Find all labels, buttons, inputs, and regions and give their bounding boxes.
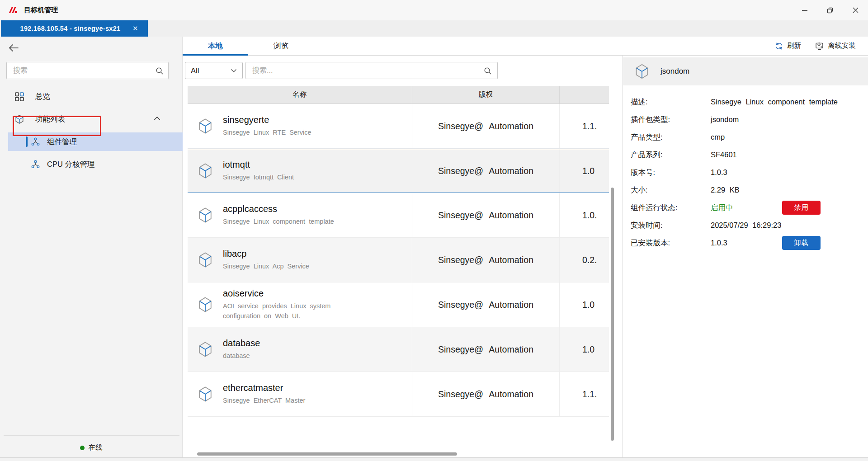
tab-browse-label: 浏览	[274, 41, 288, 51]
field-install-time: 安装时间: 2025/07/29 16:29:23	[631, 216, 868, 234]
component-copyright: Sinsegye@ Automation	[412, 104, 560, 148]
offline-install-button[interactable]: 离线安装	[815, 41, 856, 51]
component-copyright: Sinsegye@ Automation	[412, 372, 560, 416]
connection-tab[interactable]: 192.168.105.54 - sinsegye-sx21 ✕	[1, 20, 148, 37]
tab-close-icon[interactable]: ✕	[132, 24, 148, 33]
app-logo-icon	[7, 5, 19, 16]
field-label: 组件运行状态:	[631, 203, 711, 213]
component-copyright: Sinsegye@ Automation	[412, 193, 560, 237]
minimize-button[interactable]	[792, 0, 817, 20]
field-label: 插件包类型:	[631, 115, 711, 125]
table-header: 名称 版权	[188, 86, 609, 104]
table-row-aoiservice[interactable]: aoiservice AOI service provides Linux sy…	[188, 282, 609, 327]
field-value: 2.29 KB	[711, 186, 740, 194]
field-label: 安装时间:	[631, 221, 711, 230]
component-version: 1.0	[560, 282, 609, 327]
cube-icon	[198, 162, 213, 179]
component-description: Sinsegye EtherCAT Master	[223, 396, 305, 405]
field-product-series: 产品系列: SF4601	[631, 146, 868, 164]
field-package-type: 插件包类型: jsondom	[631, 111, 868, 128]
type-filter-select[interactable]: All	[185, 62, 243, 79]
download-icon	[815, 41, 824, 51]
close-window-button[interactable]	[843, 0, 868, 20]
field-version: 版本号: 1.0.3	[631, 164, 868, 181]
sidebar-item-function-list[interactable]: 功能列表	[0, 110, 182, 128]
online-dot-icon	[80, 446, 85, 450]
table-row-database[interactable]: database database Sinsegye@ Automation 1…	[188, 327, 609, 372]
table-row-libacp[interactable]: libacp Sinsegye Linux Acp Service Sinseg…	[188, 238, 609, 282]
version-column-header	[560, 86, 609, 103]
online-status: 在线	[0, 443, 182, 452]
sidebar-item-label: 组件管理	[47, 137, 77, 147]
field-label: 产品类型:	[631, 132, 711, 142]
sidebar-item-label: 功能列表	[35, 114, 65, 124]
field-installed-version: 已安装版本: 1.0.3 卸载	[631, 234, 868, 252]
search-icon	[155, 66, 164, 75]
sidebar-item-label: CPU 分核管理	[47, 160, 94, 169]
table-row-iotmqtt[interactable]: iotmqtt Sinsegye Iotmqtt Client Sinsegye…	[188, 149, 609, 193]
refresh-label: 刷新	[787, 41, 801, 51]
type-filter-value: All	[191, 66, 199, 75]
table-row-acpplcaccess[interactable]: acpplcaccess Sinsegye Linux component te…	[188, 193, 609, 238]
sidebar-search-input[interactable]	[7, 66, 155, 75]
component-table-area: All 名称 版权	[183, 56, 623, 457]
field-value: cmp	[711, 133, 725, 141]
component-name: database	[223, 338, 260, 348]
sidebar-nav: 总览 功能列表	[0, 87, 182, 178]
field-value: Sinsegye Linux component template	[711, 98, 838, 106]
field-label: 大小:	[631, 185, 711, 195]
field-label: 已安装版本:	[631, 238, 711, 248]
component-name: ethercatmaster	[223, 383, 305, 393]
cube-icon	[198, 296, 213, 313]
component-copyright: Sinsegye@ Automation	[412, 238, 560, 282]
component-description: Sinsegye Linux RTE Service	[223, 128, 311, 137]
tab-local[interactable]: 本地	[183, 37, 248, 55]
component-version: 1.0	[560, 149, 609, 193]
component-search-input[interactable]	[246, 66, 483, 75]
component-copyright: Sinsegye@ Automation	[412, 149, 560, 193]
running-status-value: 启用中	[711, 203, 733, 213]
field-label: 描述:	[631, 97, 711, 107]
component-copyright: Sinsegye@ Automation	[412, 282, 560, 327]
cube-icon	[198, 251, 213, 268]
component-name: iotmqtt	[223, 160, 294, 170]
tab-browse[interactable]: 浏览	[248, 37, 314, 55]
window-footer	[0, 457, 868, 461]
window-titlebar: 目标机管理	[0, 0, 868, 20]
component-name: aoiservice	[223, 288, 363, 299]
details-panel-header: jsondom	[623, 57, 868, 85]
chevron-up-icon	[154, 116, 160, 121]
refresh-button[interactable]: 刷新	[774, 41, 801, 51]
sidebar-item-overview[interactable]: 总览	[0, 87, 182, 106]
offline-install-label: 离线安装	[828, 41, 856, 51]
nodes-icon	[31, 137, 40, 146]
field-value: 2025/07/29 16:29:23	[711, 221, 781, 230]
component-name: libacp	[223, 249, 309, 259]
window-title: 目标机管理	[24, 6, 58, 14]
sidebar-item-cpu-core-management[interactable]: CPU 分核管理	[0, 155, 182, 174]
field-value: 1.0.3	[711, 239, 727, 247]
selected-accent-bar	[26, 136, 28, 147]
field-value: SF4601	[711, 151, 737, 159]
component-description: Sinsegye Iotmqtt Client	[223, 173, 294, 182]
restore-button[interactable]	[817, 0, 843, 20]
component-version: 1.1.	[560, 104, 609, 148]
component-version: 1.0.	[560, 193, 609, 237]
online-status-label: 在线	[89, 443, 103, 452]
refresh-icon	[774, 42, 783, 51]
tab-local-label: 本地	[208, 41, 223, 51]
back-button[interactable]	[8, 43, 20, 54]
cube-icon	[198, 118, 213, 135]
main-header: 本地 浏览 刷新	[183, 37, 868, 56]
sidebar-item-component-management[interactable]: 组件管理	[8, 132, 183, 151]
vertical-scrollbar[interactable]	[611, 188, 614, 441]
cube-icon	[634, 63, 650, 80]
component-table: 名称 版权 sinsegyerte Sinsegye Linux RTE Ser…	[188, 86, 609, 417]
table-row-sinsegyerte[interactable]: sinsegyerte Sinsegye Linux RTE Service S…	[188, 104, 609, 149]
disable-button[interactable]: 禁用	[782, 201, 821, 215]
details-panel: jsondom 描述: Sinsegye Linux component tem…	[623, 56, 868, 457]
table-row-ethercatmaster[interactable]: ethercatmaster Sinsegye EtherCAT Master …	[188, 372, 609, 417]
cube-icon	[198, 341, 213, 358]
horizontal-scrollbar[interactable]	[197, 452, 457, 456]
uninstall-button[interactable]: 卸载	[782, 236, 821, 250]
